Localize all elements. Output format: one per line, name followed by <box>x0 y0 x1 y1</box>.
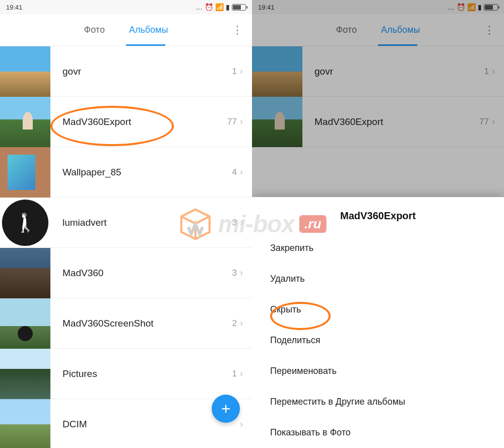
album-row[interactable]: lumiadvert3› <box>0 198 252 248</box>
tab-indicator <box>126 44 165 46</box>
signal-icon: ▮ <box>226 3 230 11</box>
album-name: MadV360 <box>50 268 232 279</box>
context-menu-item[interactable]: Показывать в Фото <box>252 417 504 448</box>
chevron-right-icon: › <box>240 217 243 228</box>
album-thumbnail <box>0 298 50 349</box>
album-thumbnail <box>0 147 50 198</box>
chevron-right-icon: › <box>240 419 243 429</box>
album-thumbnail <box>0 399 50 449</box>
album-row[interactable]: MadV3603› <box>0 248 252 298</box>
alarm-icon: ⏰ <box>205 3 213 11</box>
status-bar: 19:41 … ⏰ 📶 ▮ <box>0 0 252 14</box>
album-count: 4 <box>232 167 237 177</box>
album-name: MadV360ScreenShot <box>50 318 232 329</box>
album-row[interactable]: govr1› <box>0 46 252 97</box>
context-menu-title: MadV360Export <box>252 197 504 233</box>
tabs-bar: Фото Альбомы ⋮ <box>0 14 252 46</box>
context-menu-item[interactable]: Удалить <box>252 264 504 294</box>
album-name: govr <box>50 66 232 77</box>
wifi-icon: 📶 <box>215 3 224 11</box>
phone-screenshot-right: 19:41 … ⏰ 📶 ▮ Фото Альбомы ⋮ govr1›MadV3… <box>252 0 504 448</box>
context-menu: MadV360Export ЗакрепитьУдалитьСкрытьПоде… <box>252 197 504 448</box>
album-count: 3 <box>232 218 237 228</box>
status-icons: … ⏰ 📶 ▮ <box>196 3 246 11</box>
battery-icon <box>232 4 246 11</box>
album-thumbnail <box>2 200 48 246</box>
dots-icon: … <box>196 3 203 11</box>
status-time: 19:41 <box>6 4 23 11</box>
album-thumbnail <box>0 97 50 147</box>
context-menu-item[interactable]: Скрыть <box>252 294 504 325</box>
tab-photo[interactable]: Фото <box>82 21 107 39</box>
album-name: Pictures <box>50 368 232 379</box>
album-list[interactable]: govr1›MadV360Export77›Wallpaper_854›lumi… <box>0 46 252 448</box>
album-count: 2 <box>232 318 237 329</box>
chevron-right-icon: › <box>240 66 243 77</box>
context-menu-item[interactable]: Закрепить <box>252 233 504 264</box>
album-row[interactable]: MadV360ScreenShot2› <box>0 298 252 349</box>
album-row[interactable]: MadV360Export77› <box>0 97 252 147</box>
album-name: Wallpaper_85 <box>50 167 232 178</box>
chevron-right-icon: › <box>240 368 243 379</box>
album-count: 77 <box>227 117 237 127</box>
add-album-button[interactable]: + <box>212 395 240 423</box>
album-count: 3 <box>232 268 237 278</box>
album-name: DCIM <box>50 419 237 430</box>
album-count: 1 <box>232 67 237 77</box>
chevron-right-icon: › <box>240 167 243 177</box>
album-count: 1 <box>232 369 237 379</box>
album-thumbnail <box>0 349 50 399</box>
tab-albums[interactable]: Альбомы <box>127 21 170 39</box>
chevron-right-icon: › <box>240 116 243 127</box>
context-menu-item[interactable]: Переместить в Другие альбомы <box>252 387 504 417</box>
album-row[interactable]: Pictures1› <box>0 349 252 399</box>
more-icon[interactable]: ⋮ <box>232 24 243 37</box>
phone-screenshot-left: 19:41 … ⏰ 📶 ▮ Фото Альбомы ⋮ govr1›MadV3… <box>0 0 252 448</box>
chevron-right-icon: › <box>240 268 243 278</box>
context-menu-item[interactable]: Поделиться <box>252 325 504 356</box>
album-row[interactable]: Wallpaper_854› <box>0 147 252 198</box>
context-menu-item[interactable]: Переименовать <box>252 356 504 387</box>
album-thumbnail <box>0 248 50 298</box>
album-name: MadV360Export <box>50 116 227 127</box>
album-name: lumiadvert <box>50 217 232 228</box>
album-thumbnail <box>0 46 50 97</box>
chevron-right-icon: › <box>240 318 243 329</box>
